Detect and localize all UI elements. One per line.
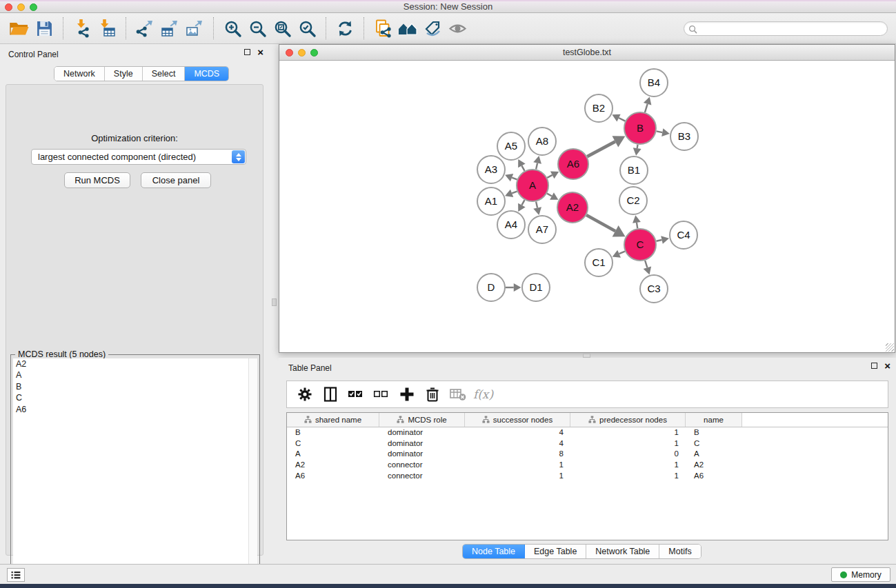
vertical-splitter-handle[interactable] [272,298,277,306]
table-cell[interactable]: B [686,427,742,438]
column-header-name[interactable]: name [686,413,742,427]
table-cell[interactable]: A2 [686,460,742,471]
column-header-shared-name[interactable]: shared name [287,413,379,427]
graph-node-B1[interactable]: B1 [620,156,648,184]
table-cell[interactable]: dominator [379,438,465,449]
table-row[interactable]: A6connector11A6 [287,471,888,482]
graph-node-A3[interactable]: A3 [477,156,505,183]
hide-labels-button[interactable] [420,16,445,41]
graph-node-B2[interactable]: B2 [585,94,613,122]
table-cell[interactable]: 1 [570,460,686,471]
close-panel-button[interactable]: Close panel [141,172,211,188]
table-cell[interactable]: 8 [465,449,570,460]
tab-motifs[interactable]: Motifs [659,545,700,558]
graph-node-C1[interactable]: C1 [585,249,613,276]
export-table-button[interactable] [157,16,182,41]
table-row[interactable]: A2connector11A2 [287,460,888,471]
export-image-button[interactable] [182,16,207,41]
column-header-predecessor-nodes[interactable]: predecessor nodes [570,413,686,427]
table-cell[interactable]: dominator [379,449,465,460]
table-cell[interactable]: connector [379,460,465,471]
close-panel-icon[interactable]: × [257,49,263,55]
column-header-MCDS-role[interactable]: MCDS role [379,413,465,427]
graph-node-A8[interactable]: A8 [528,128,556,155]
zoom-selected-button[interactable] [295,16,319,41]
search-input[interactable] [684,21,888,36]
table-cell[interactable]: A6 [686,471,742,482]
table-cell[interactable]: 0 [570,449,686,460]
close-table-panel-icon[interactable]: × [884,363,890,369]
refresh-button[interactable] [332,16,357,41]
graph-node-B3[interactable]: B3 [670,123,698,150]
table-cell[interactable]: dominator [379,427,465,438]
result-scrollbar[interactable] [248,358,257,588]
import-network-button[interactable] [70,16,94,41]
table-row[interactable]: Adominator80A [287,449,888,460]
table-cell[interactable]: B [287,427,379,438]
table-cell[interactable]: connector [379,471,465,482]
zoom-in-button[interactable] [220,16,245,41]
import-table-button[interactable] [94,16,119,41]
tab-edge-table[interactable]: Edge Table [525,545,586,558]
graph-node-D1[interactable]: D1 [522,274,550,301]
mcds-result-item[interactable]: A [13,369,257,381]
mcds-result-list[interactable]: A2ABCA6 [13,358,257,588]
optimization-criterion-select[interactable]: largest connected component (directed) [31,149,246,165]
tab-select[interactable]: Select [143,67,186,81]
zoom-out-button[interactable] [245,16,270,41]
graph-node-A1[interactable]: A1 [477,187,505,215]
table-cell[interactable]: 1 [570,438,686,449]
mcds-result-item[interactable]: A6 [13,404,257,415]
table-cell[interactable]: 4 [465,438,570,449]
tab-network[interactable]: Network [54,67,105,81]
column-header-successor-nodes[interactable]: successor nodes [465,413,570,427]
graph-node-A7[interactable]: A7 [528,216,556,243]
table-cell[interactable]: C [686,438,742,449]
open-session-button[interactable] [7,16,32,41]
table-row[interactable]: Bdominator41B [287,427,888,438]
table-cell[interactable]: A [287,449,379,460]
tab-style[interactable]: Style [105,67,143,81]
graph-node-B4[interactable]: B4 [640,69,668,97]
table-row[interactable]: Cdominator41C [287,438,888,449]
table-cell[interactable]: A [686,449,742,460]
table-cell[interactable]: 1 [465,471,570,482]
mcds-result-item[interactable]: A2 [13,358,257,369]
graph-node-A6[interactable]: A6 [558,149,588,179]
float-panel-icon[interactable] [244,49,250,55]
home-button[interactable] [395,16,420,41]
mcds-result-item[interactable]: B [13,381,257,392]
memory-button[interactable]: Memory [831,567,890,582]
tab-node-table[interactable]: Node Table [463,545,525,558]
graph-node-C4[interactable]: C4 [670,221,697,249]
table-cell[interactable]: 4 [465,427,570,438]
float-table-panel-icon[interactable] [871,363,877,369]
tab-network-table[interactable]: Network Table [586,545,659,558]
table-cell[interactable]: A6 [287,471,379,482]
add-column-button[interactable] [396,384,417,405]
select-all-columns-button[interactable] [345,384,366,405]
delete-column-button[interactable] [421,384,443,405]
graph-node-A2[interactable]: A2 [557,192,588,223]
graph-node-A5[interactable]: A5 [497,132,525,160]
tab-mcds[interactable]: MCDS [185,67,228,81]
clone-network-button[interactable] [370,16,395,41]
unselect-all-columns-button[interactable] [370,384,392,405]
table-cell[interactable]: 1 [570,427,686,438]
task-history-button[interactable] [7,568,25,582]
window-resize-grip[interactable] [886,343,894,352]
graph-node-C[interactable]: C [624,229,656,261]
export-network-button[interactable] [132,16,157,41]
table-cell[interactable]: 1 [465,460,570,471]
network-canvas[interactable]: AA1A2A3A4A5A6A7A8BB1B2B3B4CC1C2C3C4DD1 [279,61,895,352]
graph-node-A[interactable]: A [517,170,548,201]
run-mcds-button[interactable]: Run MCDS [64,172,130,188]
table-settings-button[interactable] [294,384,315,405]
save-session-button[interactable] [32,16,57,41]
table-cell[interactable]: 1 [570,471,686,482]
graph-node-B[interactable]: B [624,112,656,144]
show-graphics-details-button[interactable] [445,16,470,41]
graph-node-D[interactable]: D [477,274,505,301]
table-cell[interactable]: C [287,438,379,449]
graph-node-C2[interactable]: C2 [619,187,647,214]
